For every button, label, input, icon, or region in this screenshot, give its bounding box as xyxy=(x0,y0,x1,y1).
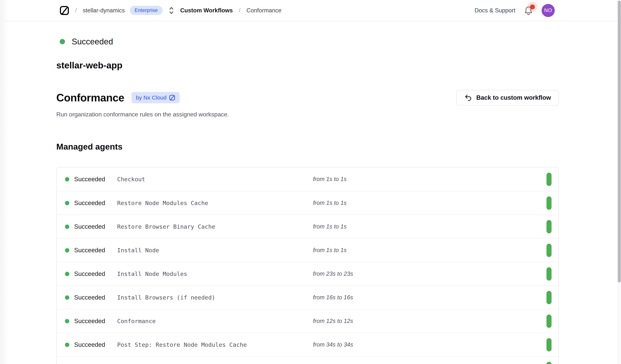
step-duration: from 1s to 1s xyxy=(313,200,346,206)
step-status-label: Succeeded xyxy=(74,317,105,325)
step-name: Install Node xyxy=(117,247,313,253)
success-dot-icon xyxy=(65,224,69,229)
step-status: Succeeded xyxy=(65,176,117,183)
agent-step-row[interactable]: Succeeded Install Node from 1s to 1s xyxy=(57,238,558,262)
step-name: Install Node Modules xyxy=(117,270,313,277)
docs-support-link[interactable]: Docs & Support xyxy=(475,7,515,14)
breadcrumb-org[interactable]: stellar-dynamics xyxy=(83,7,125,14)
agent-step-row[interactable]: Succeeded Restore Node Modules Cache fro… xyxy=(57,191,558,215)
breadcrumb-page[interactable]: Conformance xyxy=(246,7,281,14)
step-status: Succeeded xyxy=(65,317,117,325)
success-status-dot-icon xyxy=(60,39,65,44)
agent-step-row[interactable]: Succeeded Restore Browser Binary Cache f… xyxy=(57,215,558,238)
step-timeline-bar[interactable] xyxy=(547,244,552,257)
step-status: Succeeded xyxy=(65,270,117,277)
step-status-label: Succeeded xyxy=(74,294,105,301)
run-status-label: Succeeded xyxy=(72,37,113,46)
notification-dot xyxy=(530,4,535,9)
step-status-label: Succeeded xyxy=(74,199,105,206)
step-timeline-bar[interactable] xyxy=(547,315,552,328)
agent-step-row[interactable]: Succeeded Conformance from 12s to 12s xyxy=(57,309,558,333)
undo-arrow-icon xyxy=(464,94,472,102)
nx-cloud-logo-icon[interactable] xyxy=(60,6,69,15)
step-status-label: Succeeded xyxy=(74,341,105,348)
step-name: Conformance xyxy=(117,318,313,324)
nx-cloud-small-logo-icon xyxy=(169,95,175,101)
step-status-label: Succeeded xyxy=(74,247,105,254)
step-timeline-bar[interactable] xyxy=(547,291,552,304)
agent-step-row[interactable]: Succeeded Install Node Modules from 23s … xyxy=(57,262,558,285)
step-timeline-bar[interactable] xyxy=(547,362,552,364)
success-dot-icon xyxy=(65,272,69,276)
success-dot-icon xyxy=(65,319,69,323)
step-status: Succeeded xyxy=(65,199,117,206)
step-status: Succeeded xyxy=(65,247,117,254)
success-dot-icon xyxy=(65,343,69,347)
scrollbar-thumb[interactable] xyxy=(618,0,621,283)
breadcrumb-separator: / xyxy=(238,7,242,14)
run-status: Succeeded xyxy=(56,37,559,46)
org-switcher-chevrons-icon[interactable] xyxy=(169,7,174,15)
breadcrumb-separator: / xyxy=(74,7,78,14)
success-dot-icon xyxy=(65,295,69,300)
back-button-label: Back to custom workflow xyxy=(476,94,551,101)
page-scrollbar[interactable] xyxy=(617,0,621,364)
step-timeline-bar[interactable] xyxy=(547,267,552,281)
step-status: Succeeded xyxy=(65,294,117,301)
step-duration: from 16s to 16s xyxy=(313,294,353,301)
step-name: Restore Browser Binary Cache xyxy=(117,223,313,230)
top-navigation-bar: / stellar-dynamics Enterprise Custom Wor… xyxy=(0,0,621,21)
step-timeline-bar[interactable] xyxy=(547,220,552,233)
step-timeline-bar[interactable] xyxy=(547,196,552,210)
step-status-label: Succeeded xyxy=(74,223,105,230)
header-actions: Docs & Support NO xyxy=(475,4,555,17)
breadcrumb: / stellar-dynamics Enterprise Custom Wor… xyxy=(60,6,281,15)
page-title: Conformance xyxy=(56,92,124,104)
step-name: Install Browsers (if needed) xyxy=(117,294,313,301)
step-duration: from 12s to 12s xyxy=(313,318,353,324)
step-duration: from 34s to 34s xyxy=(313,341,353,348)
agent-step-row[interactable]: Succeeded Post Step: Restore Node Module… xyxy=(57,333,558,356)
avatar[interactable]: NO xyxy=(542,4,555,17)
success-dot-icon xyxy=(65,248,69,253)
step-duration: from 1s to 1s xyxy=(313,223,346,230)
agent-step-row[interactable]: Succeeded Install Browsers (if needed) f… xyxy=(57,285,558,309)
agent-steps-list: Succeeded Checkout from 1s to 1s Succeed… xyxy=(56,167,559,364)
step-timeline-bar[interactable] xyxy=(547,338,552,351)
managed-agents-heading: Managed agents xyxy=(56,142,559,152)
back-to-custom-workflow-button[interactable]: Back to custom workflow xyxy=(456,90,559,105)
success-dot-icon xyxy=(65,201,69,205)
page-content: Succeeded stellar-web-app Conformance by… xyxy=(0,37,621,364)
workspace-title: stellar-web-app xyxy=(56,60,559,70)
step-status: Succeeded xyxy=(65,341,117,348)
success-dot-icon xyxy=(65,177,69,181)
agent-step-row[interactable]: Succeeded Checkout from 1s to 1s xyxy=(57,167,558,191)
workflow-header: Conformance by Nx Cloud Back to custom w… xyxy=(56,90,559,105)
step-duration: from 23s to 23s xyxy=(313,270,353,277)
enterprise-badge: Enterprise xyxy=(130,6,163,15)
step-name: Checkout xyxy=(117,176,313,183)
step-timeline-bar[interactable] xyxy=(547,173,552,186)
step-duration: from 1s to 1s xyxy=(313,247,346,253)
notifications-button[interactable] xyxy=(524,6,533,15)
step-status-label: Succeeded xyxy=(74,270,105,277)
step-name: Restore Node Modules Cache xyxy=(117,200,313,206)
step-name: Post Step: Restore Node Modules Cache xyxy=(117,341,313,348)
workflow-description: Run organization conformance rules on th… xyxy=(56,111,559,118)
breadcrumb-section[interactable]: Custom Workflows xyxy=(180,7,233,14)
by-nx-cloud-badge[interactable]: by Nx Cloud xyxy=(131,92,180,103)
by-nx-cloud-label: by Nx Cloud xyxy=(136,95,167,101)
step-duration: from 1s to 1s xyxy=(313,176,346,183)
step-status-label: Succeeded xyxy=(74,176,105,183)
step-status: Succeeded xyxy=(65,223,117,230)
agent-step-row[interactable]: Succeeded Post Step: Restore Browser Bin… xyxy=(57,356,558,364)
